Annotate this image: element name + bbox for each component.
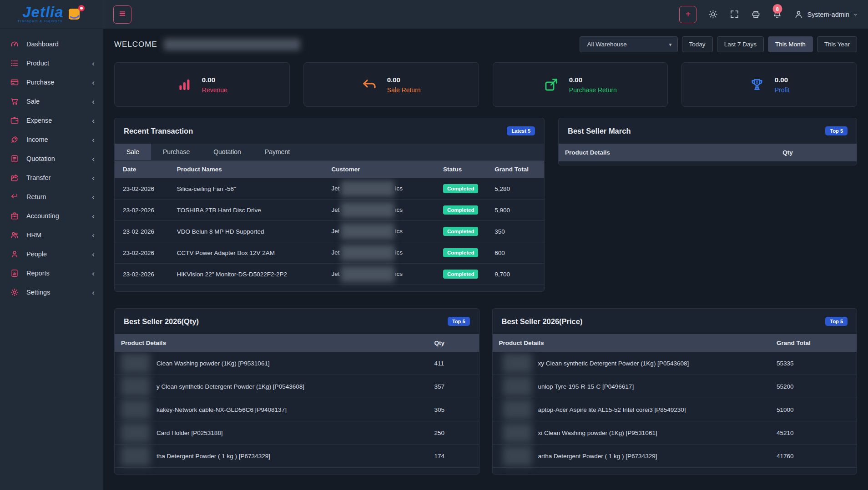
sidebar-item-purchase[interactable]: Purchase ‹ [0, 73, 103, 92]
redacted-customer [341, 266, 394, 282]
brand-logo[interactable]: Jetlia Transport & logistics [0, 0, 103, 29]
sidebar-item-people[interactable]: People ‹ [0, 245, 103, 264]
tab-purchase[interactable]: Purchase [151, 144, 202, 160]
sidebar-item-accounting[interactable]: Accounting ‹ [0, 206, 103, 225]
column-header: Qty [428, 334, 479, 352]
sidebar-item-income[interactable]: Income ‹ [0, 130, 103, 149]
main-content: WELCOME All Warehouse ▾ Today Last 7 Day… [103, 29, 868, 490]
notifications-bell-icon[interactable]: 8 [772, 10, 782, 19]
product-name: tha Detergent Powder ( 1 kg ) [P6734329] [156, 453, 270, 460]
best-seller-price-table: Product Details Grand Total xy Clean syn… [493, 334, 857, 468]
sidebar-item-label: Settings [26, 289, 92, 296]
product-name: artha Detergent Powder ( 1 kg ) [P673432… [538, 453, 657, 460]
theme-toggle-sun-icon[interactable] [708, 10, 718, 19]
cell-product: TOSHIBA 2TB Hard Disc Drive [171, 200, 325, 221]
column-header: Grand Total [488, 160, 544, 178]
recent-transaction-table: Date Product Names Customer Status Grand… [115, 160, 544, 285]
cell-grand-total: 600 [488, 242, 544, 264]
top5-badge: Top 5 [825, 317, 848, 326]
sidebar-item-expense[interactable]: Expense ‹ [0, 111, 103, 130]
brand-name: Jetlia [22, 5, 63, 19]
hamburger-icon [118, 10, 126, 19]
share-arrow-icon [10, 173, 19, 182]
user-menu[interactable]: System-admin ⌄ [794, 10, 858, 19]
cell-qty: 411 [428, 352, 479, 375]
redacted-customer [341, 202, 394, 218]
chevron-left-icon: ‹ [92, 136, 95, 144]
product-name: xi Clean Washing powder (1Kg) [P9531061] [538, 430, 657, 436]
redacted-product-image [121, 446, 150, 466]
sidebar-item-label: Product [26, 60, 92, 67]
cell-customer: Jetics [325, 242, 437, 264]
status-badge: Completed [443, 248, 478, 257]
tab-payment[interactable]: Payment [253, 144, 302, 160]
product-name: aptop-Acer Aspire lite AL15-52 Intel cor… [538, 406, 686, 413]
column-header: Product Names [171, 160, 325, 178]
sidebar-item-transfer[interactable]: Transfer ‹ [0, 168, 103, 187]
brand-box-pin-icon [66, 4, 86, 25]
redacted-customer [341, 180, 394, 197]
cell-grand-total: 5,280 [488, 178, 544, 200]
stat-label: Revenue [202, 86, 227, 94]
best-seller-price-panel: Best Seller 2026(Price) Top 5 Product De… [492, 308, 858, 475]
sidebar-item-label: Accounting [26, 212, 92, 220]
list-item: xy Clean synthetic Detergent Powder (1Kg… [493, 352, 857, 375]
range-button-today[interactable]: Today [682, 36, 713, 52]
users-icon [10, 230, 19, 240]
sidebar-item-label: Purchase [26, 79, 92, 86]
return-arrow-icon [10, 192, 19, 201]
cell-grand-total: 51000 [770, 398, 857, 421]
cart-icon [10, 97, 19, 106]
pos-register-icon[interactable] [751, 10, 761, 19]
sidebar-item-sale[interactable]: Sale ‹ [0, 92, 103, 111]
sidebar-item-reports[interactable]: Reports ‹ [0, 264, 103, 283]
table-row: 23-02-2026 TOSHIBA 2TB Hard Disc Drive J… [115, 200, 544, 221]
warehouse-select[interactable]: All Warehouse ▾ [580, 36, 678, 52]
sidebar-item-label: Sale [26, 98, 92, 105]
stat-card-profit: 0.00 Profit [681, 62, 857, 107]
top5-badge: Top 5 [825, 126, 848, 135]
credit-card-icon [10, 78, 19, 87]
cell-qty: 305 [428, 398, 479, 421]
top5-badge: Top 5 [448, 317, 470, 326]
chevron-left-icon: ‹ [92, 60, 95, 67]
sidebar-item-hrm[interactable]: HRM ‹ [0, 225, 103, 245]
best-seller-qty-panel: Best Seller 2026(Qty) Top 5 Product Deta… [114, 308, 479, 475]
status-badge: Completed [443, 227, 478, 236]
cell-status: Completed [437, 200, 488, 221]
sidebar-item-return[interactable]: Return ‹ [0, 187, 103, 206]
list-item: unlop Tyre-195-R-15-C [P0496617] 55200 [493, 375, 857, 398]
range-button-thisyear[interactable]: This Year [817, 36, 857, 52]
sidebar-item-label: Transfer [26, 174, 92, 181]
sidebar-item-product[interactable]: Product ‹ [0, 54, 103, 73]
tab-quotation[interactable]: Quotation [202, 144, 253, 160]
redacted-product-image [503, 353, 532, 373]
cell-date: 23-02-2026 [115, 242, 171, 264]
quick-add-button[interactable]: + [679, 6, 696, 23]
sidebar-item-dashboard[interactable]: Dashboard [0, 35, 103, 54]
cell-customer: Jetics [325, 178, 437, 200]
table-row: 23-02-2026 Silica-ceiling Fan -56" Jetic… [115, 178, 544, 200]
chevron-left-icon: ‹ [92, 212, 95, 220]
product-name: unlop Tyre-195-R-15-C [P0496617] [538, 383, 634, 390]
fullscreen-icon[interactable] [730, 10, 739, 19]
cell-qty: 250 [428, 421, 479, 445]
best-seller-march-table: Product Details Qty [559, 144, 857, 161]
sidebar-toggle-button[interactable] [113, 5, 131, 24]
user-name: System-admin [807, 11, 849, 18]
sidebar-item-label: People [26, 250, 92, 258]
sidebar-item-quotation[interactable]: Quotation ‹ [0, 149, 103, 168]
latest5-badge: Latest 5 [507, 126, 535, 135]
cell-customer: Jetics [325, 264, 437, 285]
range-button-last7days[interactable]: Last 7 Days [717, 36, 764, 52]
range-button-thismonth[interactable]: This Month [768, 36, 813, 52]
chevron-down-icon: ▾ [669, 41, 672, 48]
recent-tabs: Sale Purchase Quotation Payment [115, 144, 544, 160]
sidebar-item-label: Expense [26, 117, 92, 124]
cell-status: Completed [437, 221, 488, 242]
sidebar-item-settings[interactable]: Settings ‹ [0, 283, 103, 302]
redacted-product-image [503, 446, 532, 466]
status-badge: Completed [443, 270, 478, 279]
cell-customer: Jetics [325, 200, 437, 221]
tab-sale[interactable]: Sale [115, 144, 151, 160]
